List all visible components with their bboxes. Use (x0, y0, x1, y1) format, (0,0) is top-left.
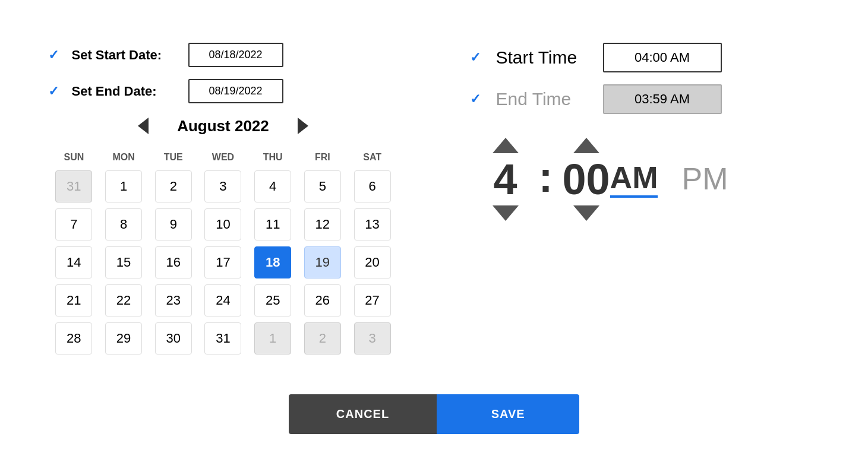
day-cell-button[interactable]: 9 (155, 208, 192, 240)
calendar-day-cell: 25 (249, 283, 296, 318)
minute-value: 00 (562, 158, 610, 201)
save-button[interactable]: SAVE (437, 394, 579, 434)
calendar-day-cell: 27 (349, 283, 396, 318)
calendar-day-cell: 3 (349, 321, 396, 356)
day-cell-button[interactable]: 6 (354, 170, 391, 202)
time-colon: : (529, 156, 563, 198)
start-time-check-icon: ✓ (470, 50, 484, 65)
day-cell-button[interactable]: 25 (254, 284, 291, 316)
cancel-button[interactable]: CANCEL (289, 394, 437, 434)
calendar-day-cell: 13 (349, 207, 396, 242)
calendar-day-cell: 11 (249, 207, 296, 242)
day-cell-button[interactable]: 27 (354, 284, 391, 316)
day-cell-button[interactable]: 13 (354, 208, 391, 240)
day-cell-button[interactable]: 17 (204, 246, 241, 278)
ampm-selector: AM PM (610, 161, 728, 197)
hour-spinner: 4 (482, 138, 529, 221)
end-date-label: Set End Date: (72, 84, 179, 99)
end-time-row: ✓ End Time 03:59 AM (470, 84, 820, 114)
day-cell-button[interactable]: 2 (155, 170, 192, 202)
calendar-day-cell: 10 (200, 207, 247, 242)
calendar-day-cell: 4 (249, 169, 296, 204)
calendar-day-cell: 14 (50, 245, 98, 280)
calendar-day-cell: 1 (100, 169, 147, 204)
day-cell-button[interactable]: 12 (304, 208, 341, 240)
calendar-day-cell: 23 (150, 283, 197, 318)
day-cell-button[interactable]: 16 (155, 246, 192, 278)
calendar-day-cell: 29 (100, 321, 147, 356)
day-cell-button[interactable]: 1 (254, 322, 291, 354)
calendar-day-cell: 24 (200, 283, 247, 318)
day-cell-button[interactable]: 1 (105, 170, 142, 202)
day-cell-button[interactable]: 31 (55, 170, 92, 202)
day-cell-button[interactable]: 24 (204, 284, 241, 316)
day-cell-button[interactable]: 26 (304, 284, 341, 316)
calendar-container: August 2022 SUNMONTUEWEDTHUFRISAT 311234… (48, 115, 399, 359)
month-title: August 2022 (177, 117, 269, 135)
calendar-week-row: 14151617181920 (50, 245, 396, 280)
calendar-day-header: WED (200, 148, 247, 166)
end-time-input[interactable]: 03:59 AM (603, 84, 722, 114)
day-cell-button[interactable]: 7 (55, 208, 92, 240)
prev-arrow-icon (138, 118, 149, 134)
hour-up-button[interactable] (493, 138, 519, 153)
calendar-day-cell: 2 (299, 321, 346, 356)
calendar-day-header: SAT (349, 148, 396, 166)
calendar-day-header: MON (100, 148, 147, 166)
calendar-day-header: FRI (299, 148, 346, 166)
day-cell-button[interactable]: 8 (105, 208, 142, 240)
start-time-label: Start Time (496, 48, 591, 68)
day-cell-button[interactable]: 4 (254, 170, 291, 202)
am-button[interactable]: AM (610, 161, 658, 197)
day-cell-button[interactable]: 22 (105, 284, 142, 316)
day-cell-button[interactable]: 10 (204, 208, 241, 240)
calendar-day-header: THU (249, 148, 296, 166)
day-cell-button[interactable]: 20 (354, 246, 391, 278)
start-time-input[interactable]: 04:00 AM (603, 43, 722, 72)
hour-value: 4 (482, 158, 529, 201)
day-cell-button[interactable]: 21 (55, 284, 92, 316)
day-cell-button[interactable]: 23 (155, 284, 192, 316)
start-time-row: ✓ Start Time 04:00 AM (470, 43, 820, 72)
day-cell-button[interactable]: 11 (254, 208, 291, 240)
calendar-week-row: 78910111213 (50, 207, 396, 242)
calendar-week-row: 21222324252627 (50, 283, 396, 318)
day-cell-button[interactable]: 14 (55, 246, 92, 278)
start-date-label: Set Start Date: (72, 48, 179, 63)
start-date-input[interactable]: 08/18/2022 (188, 43, 283, 67)
day-cell-button[interactable]: 2 (304, 322, 341, 354)
end-time-label: End Time (496, 89, 591, 109)
minute-up-button[interactable] (573, 138, 599, 153)
calendar-day-cell: 7 (50, 207, 98, 242)
calendar-grid: SUNMONTUEWEDTHUFRISAT 311234567891011121… (48, 146, 399, 359)
day-cell-button[interactable]: 28 (55, 322, 92, 354)
calendar-day-cell: 12 (299, 207, 346, 242)
minute-down-button[interactable] (573, 205, 599, 221)
next-month-button[interactable] (293, 115, 313, 137)
day-cell-button[interactable]: 18 (254, 246, 291, 278)
calendar-week-row: 28293031123 (50, 321, 396, 356)
day-cell-button[interactable]: 29 (105, 322, 142, 354)
day-cell-button[interactable]: 3 (204, 170, 241, 202)
day-cell-button[interactable]: 31 (204, 322, 241, 354)
day-cell-button[interactable]: 5 (304, 170, 341, 202)
day-cell-button[interactable]: 19 (304, 246, 341, 278)
prev-month-button[interactable] (133, 115, 153, 137)
day-cell-button[interactable]: 3 (354, 322, 391, 354)
day-cell-button[interactable]: 30 (155, 322, 192, 354)
calendar-day-cell: 2 (150, 169, 197, 204)
pm-button[interactable]: PM (681, 162, 728, 196)
calendar-day-cell: 20 (349, 245, 396, 280)
next-arrow-icon (298, 118, 308, 134)
calendar-day-cell: 5 (299, 169, 346, 204)
calendar-header: August 2022 (48, 115, 399, 137)
calendar-day-cell: 15 (100, 245, 147, 280)
hour-down-button[interactable] (493, 205, 519, 221)
calendar-day-header: SUN (50, 148, 98, 166)
end-date-input[interactable]: 08/19/2022 (188, 79, 283, 103)
calendar-day-cell: 18 (249, 245, 296, 280)
calendar-day-header: TUE (150, 148, 197, 166)
start-date-row: ✓ Set Start Date: 08/18/2022 (48, 43, 399, 67)
day-cell-button[interactable]: 15 (105, 246, 142, 278)
calendar-day-cell: 19 (299, 245, 346, 280)
